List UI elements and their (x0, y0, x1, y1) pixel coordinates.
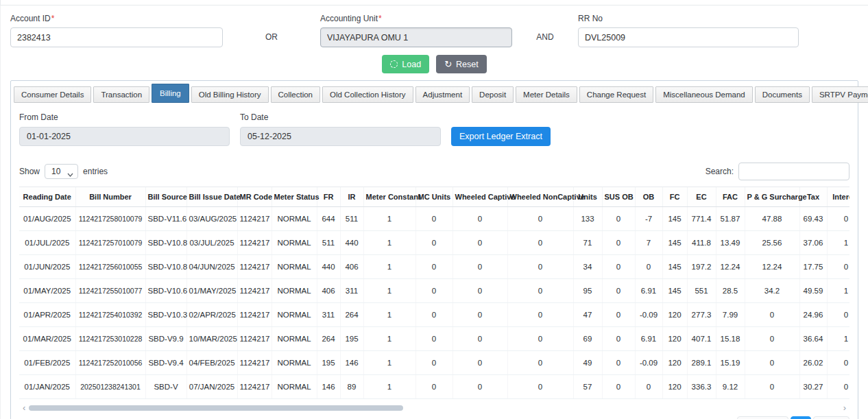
rr-no-field[interactable] (578, 27, 799, 47)
tab-old-collection-history[interactable]: Old Collection History (322, 86, 413, 103)
table-footer-row: Showing 1 to 8 of 8 entries Previous 1 N… (19, 416, 849, 419)
tab-change-request[interactable]: Change Request (579, 86, 653, 103)
column-header[interactable]: Reading Date (19, 187, 75, 207)
table-cell: 12.24 (716, 255, 745, 279)
table-cell: 01/JAN/2025 (19, 375, 75, 399)
tab-adjustment[interactable]: Adjustment (415, 86, 470, 103)
column-header[interactable]: P & G Surcharge (745, 187, 799, 207)
consumer-ledger-panel: Consumer DetailsTransactionBillingOld Bi… (10, 80, 858, 419)
table-cell: 0 (453, 231, 507, 255)
tab-deposit[interactable]: Deposit (472, 86, 514, 103)
table-cell: 12.24 (745, 255, 799, 279)
accounting-unit-field[interactable] (320, 27, 512, 47)
table-cell: 0 (507, 375, 573, 399)
from-date-field[interactable] (19, 127, 230, 146)
top-divider (0, 0, 868, 5)
tab-srtpv-payment-details[interactable]: SRTPV Payment Details (812, 86, 868, 103)
column-header[interactable]: EC (687, 187, 716, 207)
table-cell: 0 (507, 231, 573, 255)
table-cell: 1124217254010392 (75, 303, 145, 327)
table-cell: -0.09 (635, 351, 662, 375)
table-cell: 0 (415, 327, 453, 351)
table-cell: 15.19 (716, 351, 745, 375)
or-separator: OR (223, 14, 320, 47)
scrollbar-thumb[interactable] (29, 405, 403, 411)
column-header[interactable]: MC Units (415, 187, 453, 207)
column-header[interactable]: Meter Constant (363, 187, 415, 207)
table-cell: 511 (340, 207, 363, 231)
account-id-field[interactable] (10, 27, 223, 47)
pagination-next-button[interactable]: Next (813, 416, 849, 419)
column-header[interactable]: Units (573, 187, 602, 207)
pagination-previous-button[interactable]: Previous (737, 416, 788, 419)
search-input[interactable] (738, 163, 849, 180)
column-header[interactable]: Meter Status (272, 187, 317, 207)
table-cell: 0 (602, 231, 635, 255)
tab-transaction[interactable]: Transaction (93, 86, 149, 103)
table-cell: 0 (507, 255, 573, 279)
table-cell: SBD-V9.9 (145, 327, 186, 351)
table-cell: 03/JUL/2025 (186, 231, 237, 255)
scroll-right-icon[interactable]: › (841, 404, 848, 412)
table-cell: 0 (827, 303, 849, 327)
export-ledger-button[interactable]: Export Ledger Extract (451, 127, 551, 146)
table-cell: 34.2 (745, 279, 799, 303)
column-header[interactable]: FR (317, 187, 340, 207)
table-cell: 1124217255010077 (75, 279, 145, 303)
column-header[interactable]: Bill Source (145, 187, 186, 207)
column-header[interactable]: Bill Number (75, 187, 145, 207)
column-header[interactable]: SUS OB (602, 187, 635, 207)
table-cell: 1124217 (237, 375, 272, 399)
table-cell: 25.56 (745, 231, 799, 255)
table-cell: 1 (363, 279, 415, 303)
column-header[interactable]: Bill Issue Date (186, 187, 237, 207)
table-row: 01/MAR/20251124217253010228SBD-V9.910/MA… (19, 327, 849, 351)
table-cell: 1 (827, 327, 849, 351)
table-cell: 37.06 (799, 231, 827, 255)
tab-documents[interactable]: Documents (755, 86, 810, 103)
column-header[interactable]: OB (635, 187, 662, 207)
column-header[interactable]: Wheeled Captive (453, 187, 507, 207)
to-date-field[interactable] (240, 127, 441, 146)
tab-old-billing-history[interactable]: Old Billing History (191, 86, 269, 103)
table-cell: 17.75 (799, 255, 827, 279)
scroll-left-icon[interactable]: ‹ (21, 404, 27, 412)
column-header[interactable]: Wheeled NonCaptive (507, 187, 573, 207)
date-filter-row: From Date To Date Export Ledger Extract (19, 110, 849, 146)
show-label: Show (19, 167, 40, 176)
table-cell: 146 (317, 375, 340, 399)
pagination-page-1-button[interactable]: 1 (791, 416, 812, 419)
table-cell: 511 (317, 231, 340, 255)
table-cell: NORMAL (272, 207, 317, 231)
page-size-select[interactable]: 10 (45, 164, 78, 179)
table-cell: 1 (363, 255, 415, 279)
table-cell: 01/MAY/2025 (19, 279, 75, 303)
horizontal-scrollbar[interactable]: ‹ › (21, 404, 848, 412)
table-cell: 336.3 (687, 375, 716, 399)
table-row: 01/FEB/20251124217252010056SBD-V9.404/FE… (19, 351, 849, 375)
load-button[interactable]: Load (382, 55, 429, 73)
column-header[interactable]: Interest (827, 187, 849, 207)
table-cell: 0 (827, 375, 849, 399)
column-header[interactable]: FAC (716, 187, 745, 207)
table-cell: 1124217 (237, 303, 272, 327)
tab-collection[interactable]: Collection (271, 86, 321, 103)
reset-button[interactable]: ↻ Reset (436, 55, 487, 73)
scrollbar-track[interactable] (27, 405, 841, 411)
tab-billing[interactable]: Billing (152, 84, 189, 103)
table-cell: 406 (317, 279, 340, 303)
table-cell: 1 (363, 231, 415, 255)
table-cell: 1124217252010056 (75, 351, 145, 375)
column-header[interactable]: MR Code (237, 187, 272, 207)
table-cell: 0 (602, 279, 635, 303)
tab-consumer-details[interactable]: Consumer Details (14, 86, 91, 103)
table-cell: 311 (340, 279, 363, 303)
table-cell: 0 (827, 351, 849, 375)
tab-miscellaneous-demand[interactable]: Miscellaneous Demand (655, 86, 753, 103)
column-header[interactable]: FC (662, 187, 687, 207)
table-row: 01/APR/20251124217254010392SBD-V10.302/A… (19, 303, 849, 327)
tab-meter-details[interactable]: Meter Details (516, 86, 577, 103)
table-cell: 69.43 (799, 207, 827, 231)
column-header[interactable]: IR (340, 187, 363, 207)
table-cell: 47 (573, 303, 602, 327)
